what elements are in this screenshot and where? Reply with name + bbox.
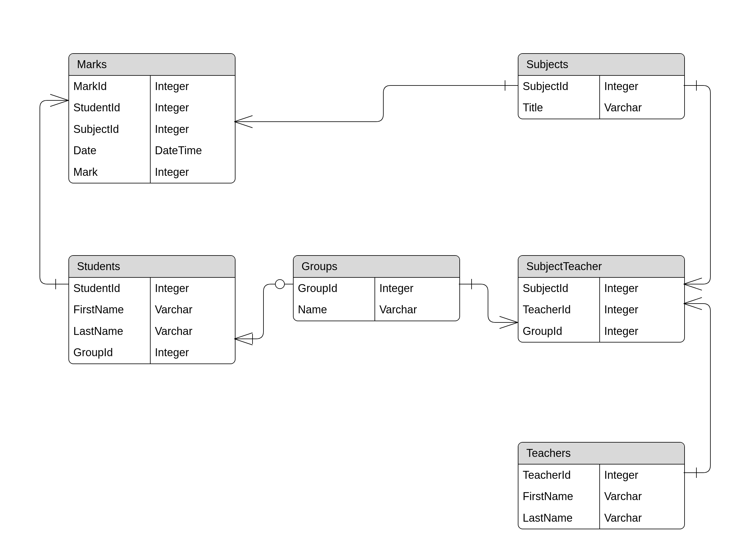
- field-name: GroupId: [518, 321, 599, 342]
- relation-marks-students: [40, 94, 68, 289]
- field-type: Varchar: [600, 486, 646, 507]
- relation-groups-subjectteacher: [459, 279, 518, 329]
- field-type: Varchar: [600, 97, 646, 118]
- relation-marks-subjects: [234, 80, 518, 128]
- field-name: MarkId: [69, 76, 150, 97]
- field-type: Integer: [151, 342, 197, 363]
- entity-subjects[interactable]: Subjects SubjectId Title Integer Varchar: [518, 53, 685, 119]
- field-name: Name: [294, 299, 375, 320]
- field-name: GroupId: [294, 278, 375, 299]
- field-type: Integer: [151, 76, 206, 97]
- field-type: Varchar: [151, 299, 197, 320]
- entity-marks[interactable]: Marks MarkId StudentId SubjectId Date Ma…: [68, 53, 235, 183]
- relation-teachers-subjectteacher: [684, 297, 710, 478]
- field-name: SubjectId: [69, 119, 150, 140]
- field-name: TeacherId: [518, 299, 599, 320]
- field-type: Integer: [151, 97, 206, 118]
- field-type: Integer: [600, 299, 643, 320]
- field-type: Integer: [375, 278, 421, 299]
- entity-teachers[interactable]: Teachers TeacherId FirstName LastName In…: [518, 442, 685, 529]
- field-name: Mark: [69, 162, 150, 183]
- field-name: StudentId: [69, 278, 150, 299]
- field-name: LastName: [518, 507, 599, 529]
- field-name: SubjectId: [518, 278, 599, 299]
- entity-title: SubjectTeacher: [518, 256, 684, 278]
- field-name: StudentId: [69, 97, 150, 118]
- field-name: Date: [69, 140, 150, 161]
- field-name: FirstName: [69, 299, 150, 320]
- field-name: SubjectId: [518, 76, 599, 97]
- field-type: Varchar: [600, 507, 646, 529]
- svg-point-5: [275, 280, 284, 289]
- field-type: Integer: [600, 464, 646, 486]
- entity-title: Groups: [294, 256, 459, 278]
- field-name: GroupId: [69, 342, 150, 363]
- entity-title: Marks: [69, 54, 235, 76]
- field-type: Integer: [600, 321, 643, 342]
- field-name: FirstName: [518, 486, 599, 507]
- field-name: TeacherId: [518, 464, 599, 486]
- field-name: Title: [518, 97, 599, 118]
- field-type: Varchar: [151, 321, 197, 342]
- entity-title: Subjects: [518, 54, 684, 76]
- field-type: Varchar: [375, 299, 421, 320]
- field-type: Integer: [151, 162, 206, 183]
- field-type: Integer: [600, 76, 646, 97]
- entity-students[interactable]: Students StudentId FirstName LastName Gr…: [68, 255, 235, 364]
- entity-groups[interactable]: Groups GroupId Name Integer Varchar: [293, 255, 460, 321]
- entity-title: Students: [69, 256, 235, 278]
- relation-students-groups: [234, 280, 293, 345]
- relation-subjects-subjectteacher: [684, 80, 710, 290]
- field-type: DateTime: [151, 140, 206, 161]
- field-type: Integer: [151, 278, 197, 299]
- field-type: Integer: [151, 119, 206, 140]
- entity-subject-teacher[interactable]: SubjectTeacher SubjectId TeacherId Group…: [518, 255, 685, 343]
- entity-title: Teachers: [518, 443, 684, 464]
- field-name: LastName: [69, 321, 150, 342]
- field-type: Integer: [600, 278, 643, 299]
